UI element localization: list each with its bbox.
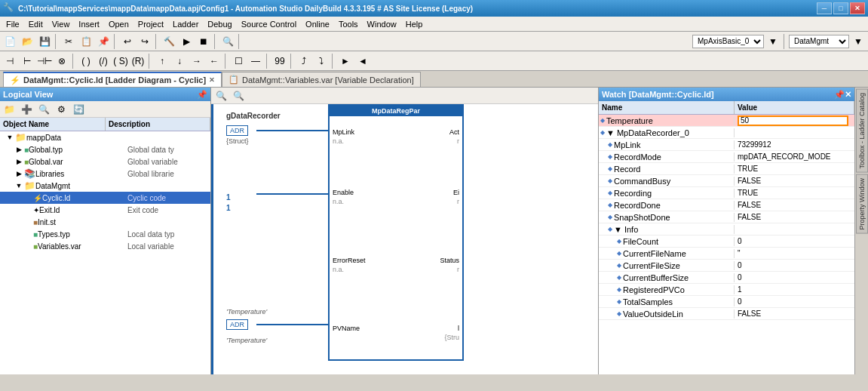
tree-item-init[interactable]: ■ Init.st: [0, 216, 210, 228]
tree-item-types[interactable]: ■ Types.typ Local data typ: [0, 228, 210, 240]
menu-project[interactable]: Project: [133, 18, 168, 30]
watch-row-recordmode[interactable]: ◆ RecordMode mpDATA_RECORD_MODE: [599, 151, 854, 163]
maximize-button[interactable]: □: [833, 2, 848, 14]
adr-box-1[interactable]: ADR: [226, 125, 248, 136]
ld-zoom-in[interactable]: 🔍: [213, 88, 229, 104]
tree-item-globalvar[interactable]: ▶ ■ Global.var Global variable: [0, 155, 210, 168]
tree-item-mappdata[interactable]: ▼ 📁 mappData: [0, 131, 210, 143]
ladder-btn-15[interactable]: 99: [271, 53, 288, 69]
panel-pin-icon[interactable]: 📌: [197, 90, 207, 100]
tab-variables[interactable]: 📋 DataMgmt::Variables.var [Variable Decl…: [222, 72, 421, 87]
watch-row-valueoutsidelin[interactable]: ◆ ValueOutsideLin FALSE: [599, 308, 854, 320]
watch-row-filecount[interactable]: ◆ FileCount 0: [599, 236, 854, 248]
open-button[interactable]: 📂: [19, 33, 35, 50]
property-window-tab[interactable]: Property Window: [856, 174, 868, 234]
menu-open[interactable]: Open: [104, 18, 133, 30]
minimize-button[interactable]: ─: [817, 2, 832, 14]
watch-row-snapshotdone[interactable]: ◆ SnapShotDone FALSE: [599, 211, 854, 223]
watch-value-temperature[interactable]: [735, 115, 854, 126]
ladder-btn-11[interactable]: →: [189, 53, 205, 69]
combo2-dropdown[interactable]: ▼: [850, 33, 866, 50]
menu-view[interactable]: View: [48, 18, 75, 30]
menu-online[interactable]: Online: [301, 18, 334, 30]
watch-row-currentfilename[interactable]: ◆ CurrentFileName ": [599, 248, 854, 260]
menu-file[interactable]: File: [2, 18, 24, 30]
toolbox-ladder-tab[interactable]: Toolbox - Ladder Catalog: [856, 89, 868, 173]
menu-insert[interactable]: Insert: [74, 18, 104, 30]
watch-row-currentbuffersize[interactable]: ◆ CurrentBufferSize 0: [599, 272, 854, 284]
ladder-btn-9[interactable]: ↑: [154, 53, 170, 69]
watch-row-currentfilesize[interactable]: ◆ CurrentFileSize 0: [599, 260, 854, 272]
search-button[interactable]: 🔍: [219, 33, 236, 50]
stop-button[interactable]: ⏹: [195, 33, 212, 50]
watch-row-info[interactable]: ◆ ▼ Info: [599, 223, 854, 236]
tree-item-cyclic[interactable]: ⚡ Cyclic.ld Cyclic code: [0, 192, 210, 204]
ladder-btn-17[interactable]: ⤵: [313, 53, 330, 69]
lv-btn-3[interactable]: 🔍: [35, 101, 52, 118]
fb-block-mpdata[interactable]: MpDataRegPar MpLink Act n.a. r Enable Ei: [328, 104, 464, 361]
ld-zoom-out[interactable]: 🔍: [230, 88, 247, 104]
module-combo[interactable]: DataMgmt: [789, 35, 849, 48]
ladder-btn-3[interactable]: ⊣⊢: [36, 53, 53, 69]
watch-row-record[interactable]: ◆ Record TRUE: [599, 163, 854, 175]
ladder-btn-13[interactable]: ☐: [230, 53, 247, 69]
tab-cyclic-close[interactable]: ✕: [209, 76, 215, 84]
ladder-btn-6[interactable]: (/): [95, 53, 112, 69]
ladder-btn-4[interactable]: ⊗: [54, 53, 70, 69]
menu-source-control[interactable]: Source Control: [237, 18, 301, 30]
ladder-btn-10[interactable]: ↓: [171, 53, 188, 69]
ladder-btn-16[interactable]: ⤴: [296, 53, 312, 69]
cut-button[interactable]: ✂: [60, 33, 77, 50]
new-button[interactable]: 📄: [2, 33, 18, 50]
ladder-btn-8[interactable]: (R): [130, 53, 146, 69]
ladder-btn-18[interactable]: ►: [337, 53, 354, 69]
lv-btn-2[interactable]: ➕: [18, 101, 35, 118]
fb-port-enable: Enable Ei: [330, 189, 462, 196]
tab-cyclic[interactable]: ⚡ DataMgmt::Cyclic.ld [Ladder Diagram - …: [3, 72, 222, 87]
tree-item-variables[interactable]: ■ Variables.var Local variable: [0, 240, 210, 252]
watch-row-recorddone[interactable]: ◆ RecordDone FALSE: [599, 199, 854, 211]
adr-box-2[interactable]: ADR: [226, 319, 248, 330]
ladder-btn-5[interactable]: ( ): [78, 53, 94, 69]
watch-row-totalsamples[interactable]: ◆ TotalSamples 0: [599, 296, 854, 308]
tree-item-datamgmt[interactable]: ▼ 📁 DataMgmt: [0, 180, 210, 192]
watch-name-currentfilesize: ◆ CurrentFileSize: [599, 261, 735, 270]
watch-row-commandbusy[interactable]: ◆ CommandBusy FALSE: [599, 175, 854, 187]
build-button[interactable]: 🔨: [161, 33, 177, 50]
save-button[interactable]: 💾: [36, 33, 53, 50]
lv-btn-1[interactable]: 📁: [1, 101, 17, 118]
ladder-btn-7[interactable]: ( S): [112, 53, 129, 69]
lv-btn-5[interactable]: 🔄: [70, 101, 87, 118]
redo-button[interactable]: ↪: [136, 33, 153, 50]
ladder-btn-12[interactable]: ←: [206, 53, 222, 69]
paste-button[interactable]: 📌: [95, 33, 112, 50]
tree-item-libraries[interactable]: ▶ 📚 Libraries Global librarie: [0, 168, 210, 180]
close-button[interactable]: ✕: [850, 2, 865, 14]
watch-row-mplink[interactable]: ◆ MpLink 73299912: [599, 139, 854, 151]
axis-combo[interactable]: MpAxisBasic_0: [692, 35, 764, 48]
run-button[interactable]: ▶: [178, 33, 195, 50]
temperature-input[interactable]: [738, 115, 848, 126]
ladder-btn-14[interactable]: —: [247, 53, 264, 69]
menu-help[interactable]: Help: [401, 18, 428, 30]
tree-item-globaltyp[interactable]: ▶ ■ Global.typ Global data ty: [0, 143, 210, 155]
copy-button[interactable]: 📋: [78, 33, 94, 50]
lv-btn-4[interactable]: ⚙: [53, 101, 69, 118]
watch-row-recording[interactable]: ◆ Recording TRUE: [599, 187, 854, 199]
watch-row-mpdata[interactable]: ◆ ▼ MpDataRecorder_0: [599, 127, 854, 139]
menu-edit[interactable]: Edit: [24, 18, 48, 30]
tree-item-exit[interactable]: ✦ Exit.ld Exit code: [0, 204, 210, 216]
ladder-btn-1[interactable]: ⊣: [2, 53, 18, 69]
watch-row-registeredpvc[interactable]: ◆ RegisteredPVCo 1: [599, 284, 854, 296]
fb-title: MpDataRegPar: [330, 106, 462, 116]
menu-debug[interactable]: Debug: [203, 18, 236, 30]
ladder-btn-19[interactable]: ◄: [354, 53, 371, 69]
combo1-dropdown[interactable]: ▼: [765, 33, 781, 50]
menu-tools[interactable]: Tools: [334, 18, 363, 30]
ladder-btn-2[interactable]: ⊢: [19, 53, 35, 69]
undo-button[interactable]: ↩: [119, 33, 136, 50]
watch-row-temperature[interactable]: ◆ Temperature: [599, 115, 854, 127]
menu-window[interactable]: Window: [363, 18, 401, 30]
menu-ladder[interactable]: Ladder: [168, 18, 203, 30]
watch-pin-icon[interactable]: 📌✕: [834, 90, 851, 100]
